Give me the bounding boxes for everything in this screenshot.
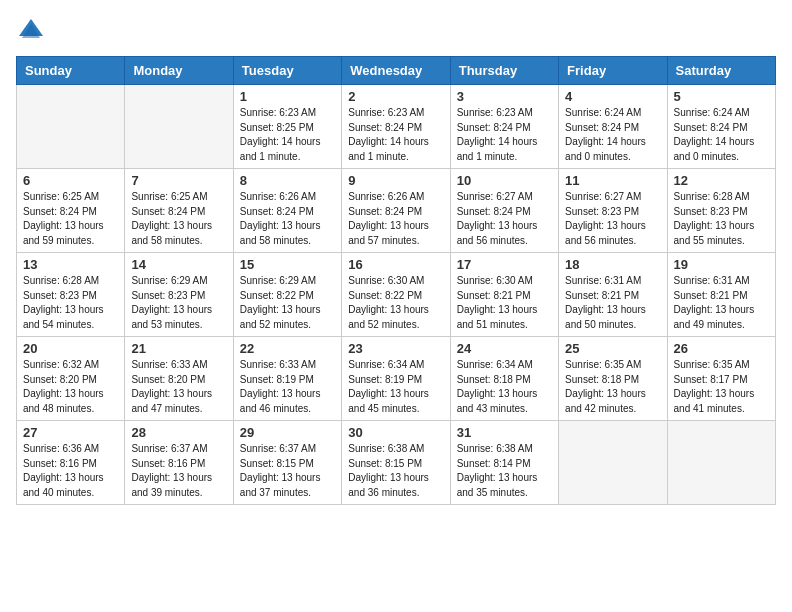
calendar-cell: 13Sunrise: 6:28 AM Sunset: 8:23 PM Dayli… — [17, 253, 125, 337]
day-number: 11 — [565, 173, 660, 188]
day-detail: Sunrise: 6:24 AM Sunset: 8:24 PM Dayligh… — [674, 106, 769, 164]
calendar-cell: 2Sunrise: 6:23 AM Sunset: 8:24 PM Daylig… — [342, 85, 450, 169]
day-number: 18 — [565, 257, 660, 272]
calendar-cell: 22Sunrise: 6:33 AM Sunset: 8:19 PM Dayli… — [233, 337, 341, 421]
day-number: 5 — [674, 89, 769, 104]
calendar-cell: 3Sunrise: 6:23 AM Sunset: 8:24 PM Daylig… — [450, 85, 558, 169]
day-detail: Sunrise: 6:30 AM Sunset: 8:21 PM Dayligh… — [457, 274, 552, 332]
day-header-thursday: Thursday — [450, 57, 558, 85]
day-number: 26 — [674, 341, 769, 356]
calendar-cell: 25Sunrise: 6:35 AM Sunset: 8:18 PM Dayli… — [559, 337, 667, 421]
calendar-cell: 11Sunrise: 6:27 AM Sunset: 8:23 PM Dayli… — [559, 169, 667, 253]
calendar-cell — [667, 421, 775, 505]
day-detail: Sunrise: 6:34 AM Sunset: 8:19 PM Dayligh… — [348, 358, 443, 416]
day-detail: Sunrise: 6:27 AM Sunset: 8:24 PM Dayligh… — [457, 190, 552, 248]
day-detail: Sunrise: 6:29 AM Sunset: 8:22 PM Dayligh… — [240, 274, 335, 332]
calendar-week-5: 27Sunrise: 6:36 AM Sunset: 8:16 PM Dayli… — [17, 421, 776, 505]
day-number: 29 — [240, 425, 335, 440]
day-header-saturday: Saturday — [667, 57, 775, 85]
calendar-cell: 16Sunrise: 6:30 AM Sunset: 8:22 PM Dayli… — [342, 253, 450, 337]
day-number: 23 — [348, 341, 443, 356]
day-detail: Sunrise: 6:24 AM Sunset: 8:24 PM Dayligh… — [565, 106, 660, 164]
day-header-sunday: Sunday — [17, 57, 125, 85]
day-header-tuesday: Tuesday — [233, 57, 341, 85]
calendar-cell: 1Sunrise: 6:23 AM Sunset: 8:25 PM Daylig… — [233, 85, 341, 169]
calendar-table: SundayMondayTuesdayWednesdayThursdayFrid… — [16, 56, 776, 505]
day-detail: Sunrise: 6:29 AM Sunset: 8:23 PM Dayligh… — [131, 274, 226, 332]
day-detail: Sunrise: 6:23 AM Sunset: 8:24 PM Dayligh… — [348, 106, 443, 164]
day-detail: Sunrise: 6:37 AM Sunset: 8:16 PM Dayligh… — [131, 442, 226, 500]
day-number: 25 — [565, 341, 660, 356]
calendar-cell: 10Sunrise: 6:27 AM Sunset: 8:24 PM Dayli… — [450, 169, 558, 253]
day-detail: Sunrise: 6:30 AM Sunset: 8:22 PM Dayligh… — [348, 274, 443, 332]
day-detail: Sunrise: 6:25 AM Sunset: 8:24 PM Dayligh… — [23, 190, 118, 248]
calendar-cell: 28Sunrise: 6:37 AM Sunset: 8:16 PM Dayli… — [125, 421, 233, 505]
calendar-cell — [125, 85, 233, 169]
day-detail: Sunrise: 6:33 AM Sunset: 8:19 PM Dayligh… — [240, 358, 335, 416]
calendar-cell: 7Sunrise: 6:25 AM Sunset: 8:24 PM Daylig… — [125, 169, 233, 253]
day-detail: Sunrise: 6:38 AM Sunset: 8:15 PM Dayligh… — [348, 442, 443, 500]
calendar-cell: 31Sunrise: 6:38 AM Sunset: 8:14 PM Dayli… — [450, 421, 558, 505]
day-detail: Sunrise: 6:27 AM Sunset: 8:23 PM Dayligh… — [565, 190, 660, 248]
day-number: 17 — [457, 257, 552, 272]
day-number: 8 — [240, 173, 335, 188]
day-detail: Sunrise: 6:28 AM Sunset: 8:23 PM Dayligh… — [674, 190, 769, 248]
calendar-cell: 6Sunrise: 6:25 AM Sunset: 8:24 PM Daylig… — [17, 169, 125, 253]
day-detail: Sunrise: 6:38 AM Sunset: 8:14 PM Dayligh… — [457, 442, 552, 500]
calendar-week-3: 13Sunrise: 6:28 AM Sunset: 8:23 PM Dayli… — [17, 253, 776, 337]
day-detail: Sunrise: 6:25 AM Sunset: 8:24 PM Dayligh… — [131, 190, 226, 248]
calendar-week-4: 20Sunrise: 6:32 AM Sunset: 8:20 PM Dayli… — [17, 337, 776, 421]
calendar-cell: 27Sunrise: 6:36 AM Sunset: 8:16 PM Dayli… — [17, 421, 125, 505]
calendar-cell — [559, 421, 667, 505]
day-number: 22 — [240, 341, 335, 356]
day-detail: Sunrise: 6:28 AM Sunset: 8:23 PM Dayligh… — [23, 274, 118, 332]
day-number: 30 — [348, 425, 443, 440]
day-number: 14 — [131, 257, 226, 272]
calendar-cell: 24Sunrise: 6:34 AM Sunset: 8:18 PM Dayli… — [450, 337, 558, 421]
day-detail: Sunrise: 6:31 AM Sunset: 8:21 PM Dayligh… — [565, 274, 660, 332]
calendar-cell: 26Sunrise: 6:35 AM Sunset: 8:17 PM Dayli… — [667, 337, 775, 421]
calendar-cell: 14Sunrise: 6:29 AM Sunset: 8:23 PM Dayli… — [125, 253, 233, 337]
logo-icon — [16, 16, 46, 46]
page-header — [16, 16, 776, 46]
day-number: 24 — [457, 341, 552, 356]
calendar-cell: 5Sunrise: 6:24 AM Sunset: 8:24 PM Daylig… — [667, 85, 775, 169]
day-number: 4 — [565, 89, 660, 104]
calendar-cell: 4Sunrise: 6:24 AM Sunset: 8:24 PM Daylig… — [559, 85, 667, 169]
calendar-week-1: 1Sunrise: 6:23 AM Sunset: 8:25 PM Daylig… — [17, 85, 776, 169]
calendar-cell: 12Sunrise: 6:28 AM Sunset: 8:23 PM Dayli… — [667, 169, 775, 253]
day-number: 12 — [674, 173, 769, 188]
calendar-header-row: SundayMondayTuesdayWednesdayThursdayFrid… — [17, 57, 776, 85]
calendar-cell: 20Sunrise: 6:32 AM Sunset: 8:20 PM Dayli… — [17, 337, 125, 421]
day-number: 7 — [131, 173, 226, 188]
day-number: 9 — [348, 173, 443, 188]
day-number: 31 — [457, 425, 552, 440]
day-header-wednesday: Wednesday — [342, 57, 450, 85]
calendar-cell: 15Sunrise: 6:29 AM Sunset: 8:22 PM Dayli… — [233, 253, 341, 337]
day-number: 6 — [23, 173, 118, 188]
day-detail: Sunrise: 6:32 AM Sunset: 8:20 PM Dayligh… — [23, 358, 118, 416]
day-number: 1 — [240, 89, 335, 104]
day-detail: Sunrise: 6:33 AM Sunset: 8:20 PM Dayligh… — [131, 358, 226, 416]
day-header-monday: Monday — [125, 57, 233, 85]
day-number: 3 — [457, 89, 552, 104]
day-detail: Sunrise: 6:26 AM Sunset: 8:24 PM Dayligh… — [240, 190, 335, 248]
day-detail: Sunrise: 6:23 AM Sunset: 8:25 PM Dayligh… — [240, 106, 335, 164]
day-number: 16 — [348, 257, 443, 272]
calendar-cell: 9Sunrise: 6:26 AM Sunset: 8:24 PM Daylig… — [342, 169, 450, 253]
day-number: 2 — [348, 89, 443, 104]
day-detail: Sunrise: 6:23 AM Sunset: 8:24 PM Dayligh… — [457, 106, 552, 164]
day-number: 20 — [23, 341, 118, 356]
day-detail: Sunrise: 6:36 AM Sunset: 8:16 PM Dayligh… — [23, 442, 118, 500]
logo — [16, 16, 50, 46]
calendar-cell: 19Sunrise: 6:31 AM Sunset: 8:21 PM Dayli… — [667, 253, 775, 337]
calendar-cell: 21Sunrise: 6:33 AM Sunset: 8:20 PM Dayli… — [125, 337, 233, 421]
day-number: 28 — [131, 425, 226, 440]
calendar-cell: 8Sunrise: 6:26 AM Sunset: 8:24 PM Daylig… — [233, 169, 341, 253]
day-number: 19 — [674, 257, 769, 272]
day-number: 13 — [23, 257, 118, 272]
day-detail: Sunrise: 6:37 AM Sunset: 8:15 PM Dayligh… — [240, 442, 335, 500]
day-detail: Sunrise: 6:26 AM Sunset: 8:24 PM Dayligh… — [348, 190, 443, 248]
calendar-cell: 23Sunrise: 6:34 AM Sunset: 8:19 PM Dayli… — [342, 337, 450, 421]
calendar-cell: 30Sunrise: 6:38 AM Sunset: 8:15 PM Dayli… — [342, 421, 450, 505]
